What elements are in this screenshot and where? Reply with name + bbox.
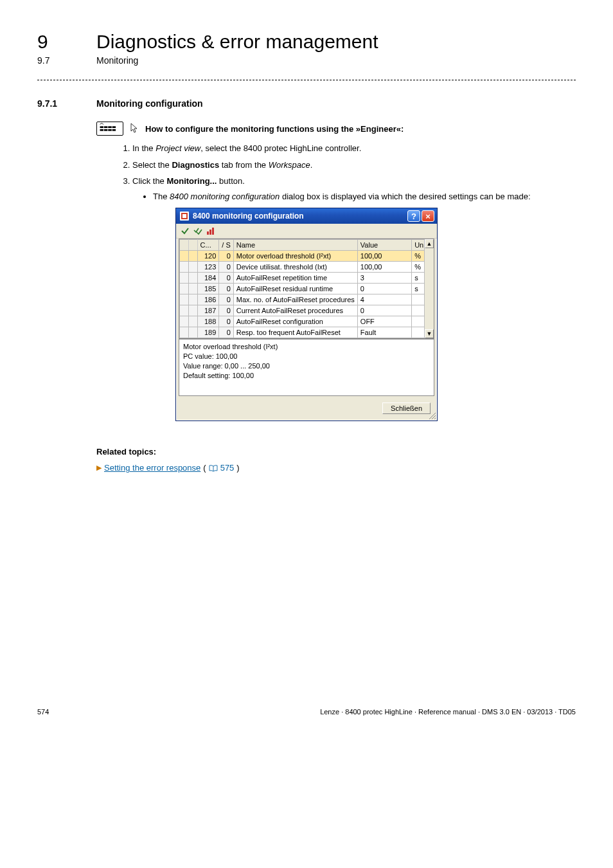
cell-name: Device utilisat. threshold (Ixt)	[233, 262, 357, 273]
page-ref-close: )	[236, 463, 239, 473]
step-1: In the Project view, select the 8400 pro…	[132, 142, 576, 155]
table-row[interactable]: 1880AutoFailReset configurationOFF	[180, 316, 434, 327]
table-row[interactable]: 1860Max. no. of AutoFailReset procedures…	[180, 294, 434, 305]
svg-rect-12	[212, 228, 214, 235]
cell-name: AutoFailReset configuration	[233, 316, 357, 327]
flag-cell	[180, 294, 189, 305]
cell-value[interactable]: 100,00	[357, 251, 411, 262]
cell-c: 185	[197, 284, 219, 294]
svg-rect-9	[182, 214, 186, 218]
svg-rect-2	[108, 126, 111, 128]
close-button[interactable]: ×	[422, 210, 434, 222]
table-row[interactable]: 1870Current AutoFailReset procedures0	[180, 305, 434, 316]
app-icon	[180, 212, 189, 221]
resize-grip-icon[interactable]	[428, 411, 436, 419]
cell-value[interactable]: Fault	[357, 327, 411, 338]
scroll-track[interactable]	[425, 248, 434, 329]
cell-s: 0	[219, 294, 233, 305]
cell-c: 123	[197, 262, 219, 273]
cell-c: 120	[197, 251, 219, 262]
flag-cell	[188, 327, 197, 338]
subsection-number: 9.7.1	[37, 98, 66, 109]
cell-value[interactable]: 0	[357, 284, 411, 294]
table-row[interactable]: 1850AutoFailReset residual runtime0s	[180, 284, 434, 294]
dialog-close-button[interactable]: Schließen	[382, 402, 431, 414]
cell-s: 0	[219, 251, 233, 262]
help-button[interactable]: ?	[407, 210, 420, 222]
step-3-pre: Click the	[132, 176, 166, 186]
cell-name: AutoFailReset residual runtime	[233, 284, 357, 294]
step-3-post: button.	[217, 176, 244, 186]
footer-meta: Lenze · 8400 protec HighLine · Reference…	[320, 708, 576, 716]
book-icon	[209, 464, 218, 471]
col-flag[interactable]	[180, 240, 189, 251]
svg-rect-6	[108, 129, 111, 131]
step-2-mid: tab from the	[219, 160, 269, 170]
scroll-up-button[interactable]: ▲	[425, 239, 434, 248]
cell-name: Current AutoFailReset procedures	[233, 305, 357, 316]
col-flag2[interactable]	[188, 240, 197, 251]
cell-c: 184	[197, 273, 219, 284]
chart-icon[interactable]	[206, 226, 216, 236]
cell-s: 0	[219, 284, 233, 294]
accept-all-icon[interactable]	[193, 226, 203, 236]
cell-value[interactable]: 0	[357, 305, 411, 316]
step-1-pre: In the	[132, 143, 155, 153]
table-row[interactable]: 1890Resp. too frequent AutoFailResetFaul…	[180, 327, 434, 338]
svg-rect-11	[209, 230, 211, 235]
step-3: Click the Monitoring... button. The 8400…	[132, 175, 576, 203]
accept-icon[interactable]	[180, 226, 190, 236]
parameter-grid[interactable]: C... / S Name Value Unit 1200Motor overl…	[179, 239, 434, 339]
flag-cell	[188, 251, 197, 262]
controller-icon	[96, 122, 123, 136]
cell-name: AutoFailReset repetition time	[233, 273, 357, 284]
dialog-titlebar[interactable]: 8400 monitoring configuration ? ×	[176, 208, 437, 224]
table-row[interactable]: 1200Motor overload threshold (I²xt)100,0…	[180, 251, 434, 262]
flag-cell	[180, 251, 189, 262]
flag-cell	[188, 284, 197, 294]
step-2-post: .	[310, 160, 313, 170]
cell-value[interactable]: 4	[357, 294, 411, 305]
triangle-icon: ▶	[96, 464, 102, 472]
scroll-down-button[interactable]: ▼	[425, 329, 434, 338]
step-3b-italic: 8400 monitoring configuration	[170, 192, 280, 201]
cursor-icon	[130, 123, 139, 134]
svg-rect-0	[100, 126, 103, 128]
cell-c: 189	[197, 327, 219, 338]
cell-s: 0	[219, 305, 233, 316]
svg-rect-5	[104, 129, 107, 131]
flag-cell	[180, 284, 189, 294]
cell-value[interactable]: 100,00	[357, 262, 411, 273]
cell-value[interactable]: OFF	[357, 316, 411, 327]
table-row[interactable]: 1230Device utilisat. threshold (Ixt)100,…	[180, 262, 434, 273]
cell-c: 187	[197, 305, 219, 316]
col-s[interactable]: / S	[219, 240, 233, 251]
related-link[interactable]: Setting the error response	[104, 463, 200, 473]
cell-name: Resp. too frequent AutoFailReset	[233, 327, 357, 338]
cell-s: 0	[219, 327, 233, 338]
monitoring-config-dialog: 8400 monitoring configuration ? ×	[175, 208, 438, 421]
svg-rect-10	[207, 231, 209, 235]
svg-rect-1	[104, 126, 107, 128]
cell-c: 188	[197, 316, 219, 327]
chapter-title: Diagnostics & error management	[96, 31, 378, 53]
flag-cell	[180, 327, 189, 338]
table-row[interactable]: 1840AutoFailReset repetition time3s	[180, 273, 434, 284]
flag-cell	[188, 294, 197, 305]
cell-s: 0	[219, 262, 233, 273]
page-ref-number: 575	[220, 463, 235, 473]
scrollbar[interactable]: ▲ ▼	[424, 239, 434, 338]
col-value[interactable]: Value	[357, 240, 411, 251]
step-2-bold: Diagnostics	[172, 160, 219, 170]
col-name[interactable]: Name	[233, 240, 357, 251]
chapter-number: 9	[37, 31, 66, 53]
cell-s: 0	[219, 273, 233, 284]
col-c[interactable]: C...	[197, 240, 219, 251]
page-ref-open: (	[203, 463, 206, 473]
step-3b-post: dialog box is displayed via which the de…	[280, 192, 530, 201]
step-3b-pre: The	[153, 192, 170, 201]
dialog-toolbar	[176, 224, 437, 239]
desc-line-2: PC value: 100,00	[183, 352, 430, 361]
step-2-pre: Select the	[132, 160, 172, 170]
cell-value[interactable]: 3	[357, 273, 411, 284]
